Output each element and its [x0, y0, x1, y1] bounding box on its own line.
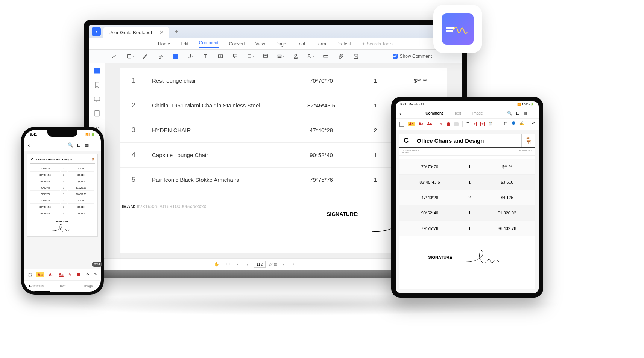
underline-tool[interactable]: U: [187, 53, 194, 60]
textbox-tool[interactable]: [217, 53, 224, 60]
tab-text[interactable]: Text: [50, 281, 75, 292]
menu-home[interactable]: Home: [158, 41, 170, 47]
close-tab-icon[interactable]: ✕: [159, 29, 164, 35]
svg-rect-6: [278, 57, 281, 57]
underline-tool[interactable]: Aa: [419, 122, 424, 126]
titlebar: ▪ User Guild Book.pdf ✕ +: [89, 25, 462, 38]
svg-point-7: [295, 54, 296, 56]
crop-tool[interactable]: ⬚: [28, 273, 32, 277]
color-tool[interactable]: [77, 273, 80, 277]
phone-bottom-tabs: Comment Text Image: [24, 280, 101, 292]
menu-comment[interactable]: Comment: [199, 40, 219, 48]
pen-tool[interactable]: ✎: [440, 122, 443, 126]
tab-image[interactable]: Image: [75, 281, 101, 292]
stamp-tool[interactable]: 👤: [511, 121, 516, 127]
strikethrough-tool[interactable]: Aa: [49, 273, 54, 277]
area-highlight-tool[interactable]: [277, 53, 284, 60]
phone-header: ‹ 🔍 ⊞ ▤ ⋯: [24, 139, 101, 151]
attachment-tool[interactable]: [337, 53, 345, 60]
hide-tool[interactable]: [352, 53, 360, 60]
signature-tool[interactable]: ✍: [519, 121, 524, 127]
back-button[interactable]: ‹: [28, 142, 30, 148]
phone-signature: [47, 222, 77, 234]
callout-tool[interactable]: [232, 53, 239, 60]
color-tool[interactable]: [447, 122, 450, 126]
more-icon[interactable]: ⋯: [93, 142, 97, 148]
svg-rect-11: [94, 68, 97, 74]
search-tools[interactable]: ✦ Search Tools: [361, 41, 393, 47]
show-comment-toggle[interactable]: Show Comment: [393, 54, 432, 59]
add-tab-button[interactable]: +: [172, 28, 182, 36]
comments-icon[interactable]: [93, 95, 101, 103]
last-page-button[interactable]: ⇥: [289, 262, 296, 267]
menu-tool[interactable]: Tool: [297, 41, 305, 47]
text-tool[interactable]: T: [202, 53, 209, 60]
menu-protect[interactable]: Protect: [337, 41, 351, 47]
company-logo: C: [30, 157, 35, 162]
highlight-tool[interactable]: Aa: [408, 122, 415, 126]
phone-document[interactable]: C Office Chairs and Design 🪑 70*70*701$*…: [24, 151, 101, 269]
signature-app-badge: [433, 5, 482, 53]
tab-comment[interactable]: Comment: [425, 111, 443, 115]
bookmark-icon[interactable]: [93, 81, 101, 89]
tab-text[interactable]: Text: [454, 111, 461, 115]
svg-rect-5: [278, 55, 281, 56]
show-comment-checkbox[interactable]: [393, 54, 398, 59]
undo-tool[interactable]: ↶: [86, 273, 89, 277]
tab-image[interactable]: Image: [472, 111, 483, 115]
shape-tool[interactable]: [247, 53, 254, 60]
menu-form[interactable]: Form: [316, 41, 326, 47]
page-icon[interactable]: [93, 110, 101, 117]
highlighter-tool[interactable]: [111, 53, 119, 60]
select-tool-icon[interactable]: ⬚: [225, 262, 231, 267]
callout-tool[interactable]: T: [480, 122, 485, 126]
sticky-note-tool[interactable]: [262, 53, 269, 60]
sticky-tool[interactable]: 📋: [488, 122, 493, 126]
redo-tool[interactable]: ↷: [94, 273, 97, 277]
menu-edit[interactable]: Edit: [181, 41, 188, 47]
eraser-tool[interactable]: [454, 122, 459, 126]
company-logo: C: [399, 134, 413, 147]
grid-icon[interactable]: ⊞: [516, 111, 519, 116]
thumbnails-icon[interactable]: [93, 67, 101, 74]
grid-icon[interactable]: ⊞: [77, 142, 81, 148]
prev-page-button[interactable]: ‹: [245, 262, 250, 267]
underline-tool[interactable]: Aa: [59, 273, 64, 277]
fill-color-tool[interactable]: [172, 53, 179, 60]
undo-tool[interactable]: ↶: [532, 121, 535, 127]
page-icon[interactable]: ▤: [85, 142, 89, 148]
eraser-tool[interactable]: [156, 53, 164, 60]
svg-rect-3: [248, 54, 251, 57]
tablet-document[interactable]: C Office Chairs and Design 🪑 Shaping des…: [396, 130, 539, 293]
page-number-input[interactable]: [254, 261, 266, 268]
svg-rect-0: [127, 54, 131, 58]
next-page-button[interactable]: ›: [281, 262, 286, 267]
more-icon[interactable]: ⋯: [531, 111, 535, 116]
pen-tool[interactable]: ✎: [68, 273, 71, 277]
search-icon[interactable]: 🔍: [507, 111, 512, 116]
shape-tool[interactable]: ▢: [504, 121, 507, 127]
search-icon[interactable]: 🔍: [68, 142, 73, 148]
sub-left: Shaping designs.Built to.: [402, 149, 420, 154]
highlight-tool[interactable]: Aa: [36, 272, 44, 277]
signature-tool[interactable]: [307, 53, 314, 60]
menu-view[interactable]: View: [255, 41, 265, 47]
note-tool[interactable]: [126, 53, 134, 60]
menu-convert[interactable]: Convert: [229, 41, 245, 47]
document-tab[interactable]: User Guild Book.pdf ✕: [103, 27, 169, 38]
menu-page[interactable]: Page: [276, 41, 286, 47]
strikethrough-tool[interactable]: Aa: [427, 122, 432, 126]
text-tool[interactable]: T: [466, 122, 469, 126]
first-page-button[interactable]: ⇤: [235, 262, 242, 267]
svg-rect-13: [94, 97, 100, 101]
measure-tool[interactable]: [322, 53, 330, 60]
page-icon[interactable]: ▤: [523, 111, 527, 116]
stamp-tool[interactable]: [292, 53, 299, 60]
page-indicator: 3/24: [92, 262, 101, 267]
pencil-tool[interactable]: [141, 53, 149, 60]
svg-rect-12: [97, 68, 100, 74]
hand-tool-icon[interactable]: ✋: [213, 262, 221, 267]
tab-comment[interactable]: Comment: [24, 281, 50, 292]
textbox-tool[interactable]: T: [473, 122, 477, 126]
select-tool[interactable]: [399, 122, 404, 127]
